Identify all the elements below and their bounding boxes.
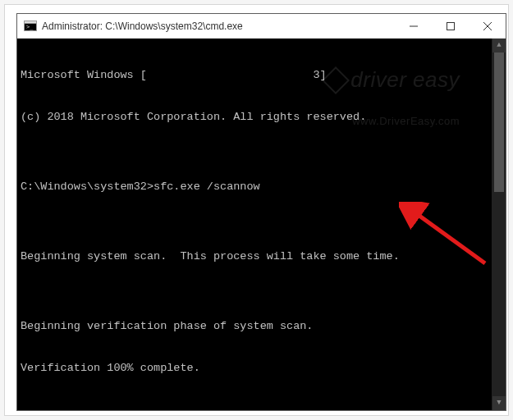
close-button[interactable] bbox=[469, 14, 506, 38]
prompt: C:\Windows\system32> bbox=[21, 180, 153, 193]
svg-rect-3 bbox=[447, 22, 454, 30]
output-line: Beginning verification phase of system s… bbox=[21, 319, 502, 333]
titlebar[interactable]: >_ Administrator: C:\Windows\system32\cm… bbox=[17, 14, 506, 39]
watermark: driver easy www.DriverEasy.com bbox=[326, 43, 460, 152]
window-controls bbox=[395, 14, 506, 38]
scroll-down-arrow-icon[interactable]: ▼ bbox=[492, 396, 506, 410]
vertical-scrollbar[interactable]: ▲ ▼ bbox=[492, 39, 506, 410]
output-line: Beginning system scan. This process will… bbox=[21, 249, 502, 263]
scroll-track[interactable] bbox=[492, 52, 506, 396]
output-line: Verification 100% complete. bbox=[21, 361, 502, 375]
cmd-window: >_ Administrator: C:\Windows\system32\cm… bbox=[16, 13, 506, 411]
cmd-icon: >_ bbox=[24, 20, 37, 33]
minimize-button[interactable] bbox=[395, 14, 432, 38]
window-title: Administrator: C:\Windows\system32\cmd.e… bbox=[42, 21, 395, 32]
scroll-up-arrow-icon[interactable]: ▲ bbox=[492, 39, 506, 52]
output-line: Microsoft Windows [ 3] bbox=[21, 68, 502, 82]
output-line: (c) 2018 Microsoft Corporation. All righ… bbox=[21, 110, 502, 124]
screenshot-frame: >_ Administrator: C:\Windows\system32\cm… bbox=[4, 4, 509, 416]
terminal-output[interactable]: Microsoft Windows [ 3] (c) 2018 Microsof… bbox=[17, 39, 506, 410]
scroll-thumb[interactable] bbox=[494, 52, 504, 192]
svg-text:>_: >_ bbox=[26, 24, 34, 30]
maximize-button[interactable] bbox=[432, 14, 469, 38]
output-line: C:\Windows\system32>sfc.exe /scannow bbox=[21, 180, 502, 194]
command-text: sfc.exe /scannow bbox=[153, 180, 260, 193]
